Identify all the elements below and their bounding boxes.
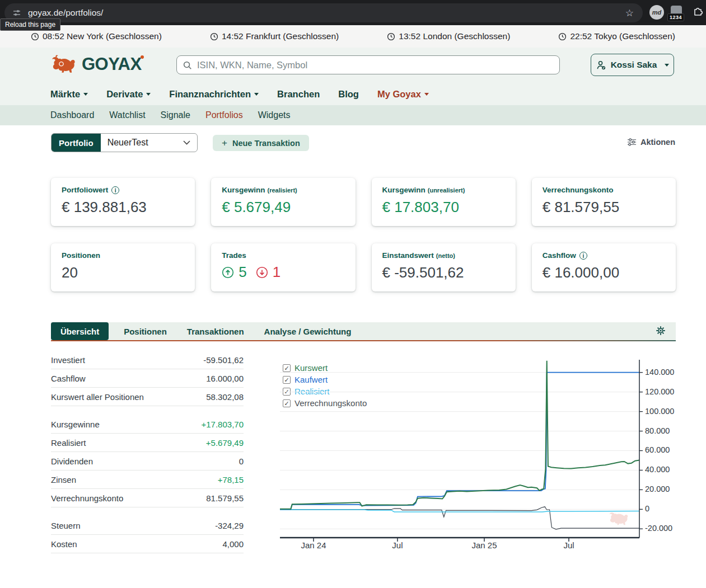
summary-row-value: 4,000 bbox=[222, 539, 244, 549]
x-axis-label: Jan 24 bbox=[301, 540, 326, 550]
clock-icon bbox=[31, 32, 39, 41]
nav-item-derivate[interactable]: Derivate bbox=[106, 89, 151, 100]
stat-card-einstandswert: Einstandswert(netto)€ -59.501,62 bbox=[372, 243, 516, 291]
stat-card-trades: Trades51 bbox=[211, 243, 355, 291]
summary-row-label: Zinsen bbox=[51, 475, 76, 484]
card-label: Einstandswert(netto) bbox=[382, 251, 505, 260]
info-icon[interactable] bbox=[579, 252, 587, 260]
summary-row-label: Cashflow bbox=[51, 374, 86, 383]
search-input[interactable] bbox=[196, 59, 554, 71]
portfolio-history-chart[interactable] bbox=[280, 360, 647, 547]
card-label-text: Einstandswert bbox=[382, 251, 434, 260]
site-info-icon[interactable] bbox=[11, 7, 22, 18]
clock-icon bbox=[558, 32, 567, 41]
subnav-item-signale[interactable]: Signale bbox=[161, 110, 190, 120]
clock-item: 22:52 Tokyo (Geschlossen) bbox=[558, 31, 675, 41]
card-label: Kursgewinn(realisiert) bbox=[222, 186, 344, 194]
card-label-text: Trades bbox=[222, 251, 246, 260]
summary-row-value: 81.579,55 bbox=[206, 493, 244, 503]
summary-row: Kursgewinne+17.803,70 bbox=[51, 415, 244, 434]
trades-up-count: 5 bbox=[239, 264, 246, 281]
card-label: Positionen bbox=[62, 251, 184, 260]
stat-cards-grid: Portfoliowert€ 139.881,63Kursgewinn(real… bbox=[51, 178, 676, 291]
tab-bar: ÜbersichtPositionenTransaktionenAnalyse … bbox=[51, 322, 676, 340]
chevron-down-icon bbox=[183, 140, 190, 145]
sub-nav: DashboardWatchlistSignalePortfoliosWidge… bbox=[0, 105, 706, 125]
clock-icon bbox=[210, 32, 218, 41]
nav-item-label: Branchen bbox=[277, 89, 320, 100]
summary-row: Steuern-324,29 bbox=[51, 516, 244, 535]
card-label-text: Kursgewinn bbox=[382, 186, 426, 194]
browser-profile-avatar[interactable]: md bbox=[649, 5, 664, 20]
card-value: € 139.881,63 bbox=[62, 199, 184, 216]
subnav-item-dashboard[interactable]: Dashboard bbox=[50, 110, 94, 120]
summary-row-label: Kursgewinne bbox=[51, 420, 100, 429]
address-bar[interactable]: goyax.de/portfolios/ bbox=[4, 3, 643, 22]
nav-item-blog[interactable]: Blog bbox=[338, 89, 359, 100]
search-box[interactable] bbox=[176, 55, 560, 74]
y-axis-label: 0 bbox=[645, 504, 649, 513]
tab-positionen[interactable]: Positionen bbox=[124, 327, 167, 336]
y-axis-label: 140.000 bbox=[645, 368, 674, 377]
overview-summary-table: Investiert-59.501,62Cashflow16.000,00Kur… bbox=[51, 351, 244, 553]
summary-row: Investiert-59.501,62 bbox=[51, 351, 244, 369]
card-value: € 5.679,49 bbox=[222, 199, 344, 216]
actions-label: Aktionen bbox=[640, 138, 675, 147]
summary-row-label: Steuern bbox=[51, 521, 81, 530]
portfolio-select-label: Portfolio bbox=[52, 134, 101, 152]
nav-item-my-goyax[interactable]: My Goyax bbox=[377, 89, 429, 100]
summary-row-value: +17.803,70 bbox=[202, 420, 244, 429]
subnav-item-watchlist[interactable]: Watchlist bbox=[109, 110, 145, 120]
nav-item-märkte[interactable]: Märkte bbox=[50, 89, 88, 100]
goyax-logo[interactable]: GOYAX bbox=[50, 54, 142, 74]
summary-row: Zinsen+78,15 bbox=[51, 471, 244, 489]
new-transaction-button[interactable]: Neue Transaktion bbox=[213, 135, 309, 151]
series-kurswert bbox=[280, 361, 639, 509]
tab-transaktionen[interactable]: Transaktionen bbox=[187, 327, 244, 336]
summary-row-value: -59.501,62 bbox=[203, 355, 244, 365]
x-axis-label: Jul bbox=[563, 540, 574, 550]
card-value: € 17.803,70 bbox=[382, 199, 505, 216]
summary-row: Verrechnungskonto81.579,55 bbox=[51, 489, 244, 507]
bookmark-star-icon[interactable] bbox=[625, 7, 634, 19]
arrow-up-circle-icon bbox=[222, 266, 234, 279]
url-text[interactable]: goyax.de/portfolios/ bbox=[28, 8, 103, 18]
main-nav: MärkteDerivateFinanznachrichtenBranchenB… bbox=[50, 84, 429, 104]
card-label: Portfoliowert bbox=[62, 186, 184, 194]
nav-item-label: Derivate bbox=[106, 89, 143, 100]
tab-analyse-gewichtung[interactable]: Analyse / Gewichtung bbox=[264, 327, 352, 336]
portfolio-select[interactable]: Portfolio NeuerTest bbox=[51, 133, 198, 152]
y-axis-label: 40.000 bbox=[645, 465, 670, 474]
info-icon[interactable] bbox=[111, 186, 119, 194]
world-clock-bar: 08:52 New York (Geschlossen)14:52 Frankf… bbox=[0, 25, 706, 48]
new-transaction-label: Neue Transaktion bbox=[232, 139, 300, 148]
nav-item-branchen[interactable]: Branchen bbox=[277, 89, 320, 100]
actions-button[interactable]: Aktionen bbox=[627, 138, 675, 147]
y-axis-label: 20.000 bbox=[645, 484, 670, 493]
card-label: Kursgewinn(unrealisiert) bbox=[382, 186, 505, 194]
nav-item-finanznachrichten[interactable]: Finanznachrichten bbox=[169, 89, 259, 100]
extensions-puzzle-icon[interactable] bbox=[692, 6, 703, 17]
goyax-portfolio-page: goyax.de/portfolios/ md 1234 Reload this… bbox=[0, 0, 706, 588]
clock-item: 14:52 Frankfurt (Geschlossen) bbox=[210, 31, 339, 41]
y-axis-label: -20.000 bbox=[645, 524, 672, 533]
clock-text: 13:52 London (Geschlossen) bbox=[399, 31, 510, 41]
watermark-bull-icon bbox=[608, 510, 632, 529]
summary-row-label: Investiert bbox=[51, 355, 85, 365]
y-axis-label: 100.000 bbox=[645, 407, 674, 416]
site-header: GOYAX Kossi Saka MärkteDerivateFinanznac… bbox=[0, 48, 706, 105]
user-account-button[interactable]: Kossi Saka bbox=[591, 54, 674, 76]
extension-badge: 1234 bbox=[667, 13, 684, 21]
card-label-text: Kursgewinn bbox=[222, 186, 265, 194]
tab-übersicht[interactable]: Übersicht bbox=[51, 322, 109, 340]
summary-row-label: Dividenden bbox=[51, 457, 93, 466]
x-axis-label: Jan 25 bbox=[471, 540, 497, 550]
subnav-item-portfolios[interactable]: Portfolios bbox=[205, 110, 243, 120]
trades-values: 51 bbox=[222, 264, 344, 281]
bull-logo-icon bbox=[50, 54, 80, 74]
subnav-item-widgets[interactable]: Widgets bbox=[258, 110, 291, 120]
card-value: € 16.000,00 bbox=[543, 264, 665, 281]
summary-row-value: 0 bbox=[239, 457, 244, 466]
summary-row: Kurswert aller Positionen58.302,08 bbox=[51, 388, 244, 406]
gear-icon[interactable] bbox=[656, 326, 666, 336]
